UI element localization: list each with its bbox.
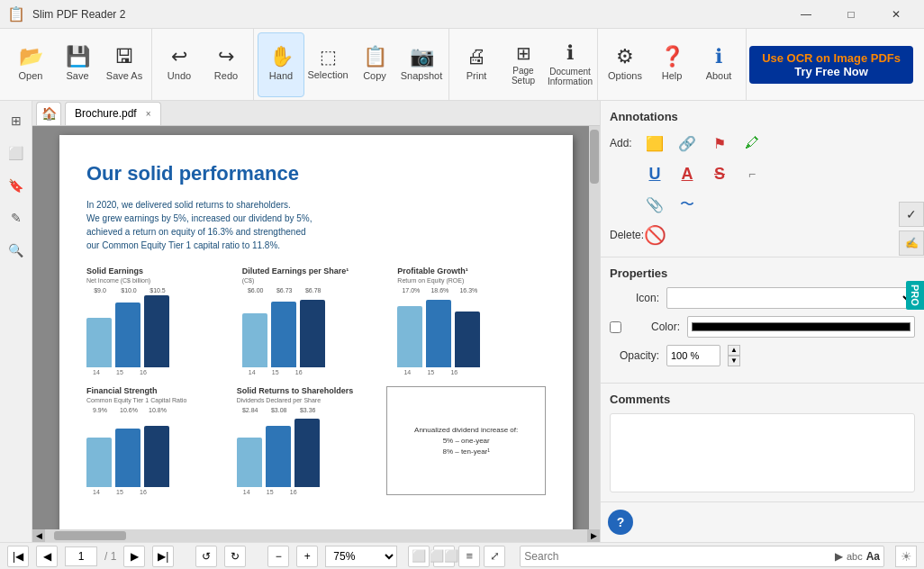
chart2-title: Diluted Earnings per Share¹ — [242, 266, 391, 275]
first-page-button[interactable]: |◀ — [7, 546, 29, 567]
comments-area[interactable] — [610, 413, 915, 492]
hscroll-left-arrow[interactable]: ◀ — [32, 529, 45, 542]
about-button[interactable]: ℹ About — [695, 32, 742, 97]
chart3-bars — [397, 295, 546, 367]
last-page-button[interactable]: ▶| — [152, 546, 174, 567]
scroll-icon[interactable]: ≡ — [458, 546, 480, 567]
opacity-down[interactable]: ▼ — [728, 356, 740, 366]
brightness-button[interactable]: ☀ — [895, 546, 917, 567]
sticky-note-icon[interactable]: 🟨 — [642, 131, 667, 156]
maximize-button[interactable]: □ — [830, 0, 872, 29]
sidebar-bookmark-icon[interactable]: 🔖 — [4, 173, 29, 198]
minimize-button[interactable]: — — [785, 0, 827, 29]
opacity-up[interactable]: ▲ — [728, 345, 740, 356]
main-area: ⊞ ⬜ 🔖 ✎ 🔍 🏠 Brochure.pdf × Our solid per… — [0, 101, 924, 542]
fit-icon[interactable]: ⤢ — [484, 546, 505, 567]
options-button[interactable]: ⚙ Options — [602, 32, 648, 97]
redo-button[interactable]: ↪ Redo — [203, 32, 249, 97]
save-as-button[interactable]: 🖫 Save As — [101, 32, 148, 97]
title-bar: 📋 Slim PDF Reader 2 — □ ✕ — [0, 0, 924, 29]
opacity-input[interactable] — [666, 345, 720, 366]
single-page-icon[interactable]: ⬜ — [408, 546, 430, 567]
delete-row: Delete: 🚫 — [610, 222, 915, 248]
save-button[interactable]: 💾 Save — [54, 32, 101, 97]
pdf-area: Our solid performance In 2020, we delive… — [32, 126, 600, 529]
right-panel: PRO ✓ ✍ Annotations Add: 🟨 🔗 ⚑ 🖍 U A — [600, 101, 924, 542]
file-tools: 📂 Open 💾 Save 🖫 Save As — [4, 29, 152, 100]
page-number-input[interactable] — [65, 546, 97, 566]
link-annotation-icon[interactable]: 🔗 — [675, 131, 700, 156]
copy-button[interactable]: 📋 Copy — [351, 32, 398, 97]
chart-solid-returns: Solid Returns to Shareholders Dividends … — [237, 386, 380, 495]
two-page-icon[interactable]: ⬜⬜ — [433, 546, 455, 567]
pdf-tab[interactable]: Brochure.pdf × — [65, 102, 161, 125]
sidebar-pages-icon[interactable]: ⬜ — [4, 140, 29, 166]
highlight-icon[interactable]: 🖍 — [739, 131, 765, 156]
snapshot-label: Snapshot — [401, 70, 442, 81]
chart5-bars — [237, 415, 380, 487]
undo-button[interactable]: ↩ Undo — [156, 32, 203, 97]
search-input[interactable] — [524, 550, 835, 563]
sidebar-annotation-icon[interactable]: ✎ — [4, 205, 29, 230]
help-icon: ❓ — [660, 47, 684, 67]
chart2-subtitle: (C$) — [242, 277, 391, 284]
zoom-select[interactable]: 50% 75% 100% 125% 150% 200% — [325, 546, 397, 567]
help-circle-button[interactable]: ? — [608, 510, 633, 535]
tab-bar: 🏠 Brochure.pdf × — [32, 101, 600, 126]
vertical-scrollbar[interactable] — [589, 126, 600, 529]
delete-annotation-icon[interactable]: 🚫 — [642, 222, 667, 248]
tab-close-button[interactable]: × — [146, 109, 151, 119]
color-input[interactable] — [687, 316, 915, 338]
checkmark-icon[interactable]: ✓ — [899, 202, 924, 227]
open-button[interactable]: 📂 Open — [7, 32, 54, 97]
hscroll-right-arrow[interactable]: ▶ — [587, 529, 600, 542]
sidebar-search-icon[interactable]: 🔍 — [4, 238, 29, 263]
horizontal-scrollbar[interactable]: ◀ ▶ — [32, 529, 600, 542]
close-button[interactable]: ✕ — [875, 0, 917, 29]
chart4-subtitle: Common Equity Tier 1 Capital Ratio — [86, 397, 230, 403]
pro-badge[interactable]: PRO — [906, 281, 924, 310]
page-setup-button[interactable]: ⊞ Page Setup — [500, 32, 547, 97]
rotate-ccw-button[interactable]: ↺ — [195, 546, 217, 567]
print-button[interactable]: 🖨 Print — [453, 32, 500, 97]
zoom-in-button[interactable]: + — [296, 546, 318, 567]
signature-icon[interactable]: ✍ — [899, 230, 924, 256]
right-align-icon[interactable]: ⌐ — [739, 161, 765, 186]
text-color-icon[interactable]: A — [675, 161, 700, 186]
attach-icon[interactable]: 📎 — [642, 192, 667, 217]
open-label: Open — [19, 70, 43, 81]
color-checkbox[interactable] — [610, 321, 621, 333]
chart1-bars — [86, 295, 235, 367]
scrollbar-thumb[interactable] — [590, 130, 599, 184]
next-page-button[interactable]: ▶ — [123, 546, 145, 567]
comments-section: Comments — [601, 384, 924, 501]
home-tab[interactable]: 🏠 — [36, 102, 61, 125]
app-icon: 📋 — [7, 5, 25, 23]
hscroll-thumb[interactable] — [54, 531, 126, 540]
strikeout-icon[interactable]: S — [707, 161, 732, 186]
options-label: Options — [608, 70, 642, 81]
wavy-icon[interactable]: 〜 — [675, 192, 700, 217]
rotate-cw-button[interactable]: ↻ — [224, 546, 246, 567]
search-aa-label: Aa — [866, 550, 880, 563]
opacity-spinner[interactable]: ▲ ▼ — [728, 345, 740, 366]
document-info-button[interactable]: ℹ DocumentInformation — [547, 32, 593, 97]
document-info-label: DocumentInformation — [548, 67, 593, 86]
snapshot-button[interactable]: 📷 Snapshot — [398, 32, 445, 97]
zoom-out-button[interactable]: − — [267, 546, 289, 567]
hand-button[interactable]: ✋ Hand — [258, 32, 304, 97]
underline-icon[interactable]: U — [642, 161, 667, 186]
help-button[interactable]: ❓ Help — [648, 32, 695, 97]
chart4-title: Financial Strength — [86, 386, 230, 395]
ocr-banner[interactable]: Use OCR on Image PDFs Try Free Now — [749, 46, 913, 84]
selection-button[interactable]: ⬚ Selection — [304, 32, 351, 97]
stamp-icon[interactable]: ⚑ — [707, 131, 732, 156]
chart5-subtitle: Dividends Declared per Share — [237, 397, 380, 403]
delete-label: Delete: — [610, 229, 637, 241]
icon-select[interactable] — [666, 287, 915, 309]
search-go-button[interactable]: ▶ — [835, 550, 843, 563]
annotation-icons-row1: 🟨 🔗 ⚑ 🖍 — [642, 131, 765, 156]
prev-page-button[interactable]: ◀ — [36, 546, 58, 567]
settings-tools: ⚙ Options ❓ Help ℹ About — [598, 29, 747, 100]
sidebar-home-icon[interactable]: ⊞ — [4, 108, 29, 133]
